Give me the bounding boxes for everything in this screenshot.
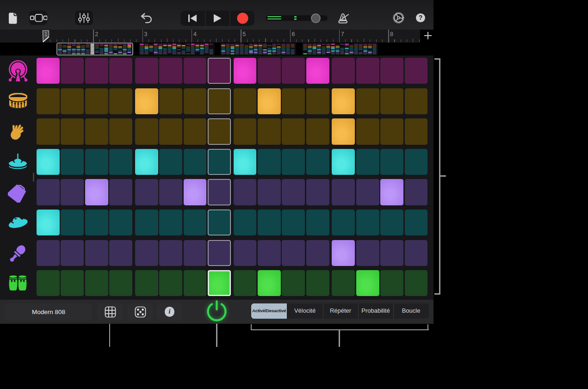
svg-text:1: 1 — [44, 31, 48, 37]
